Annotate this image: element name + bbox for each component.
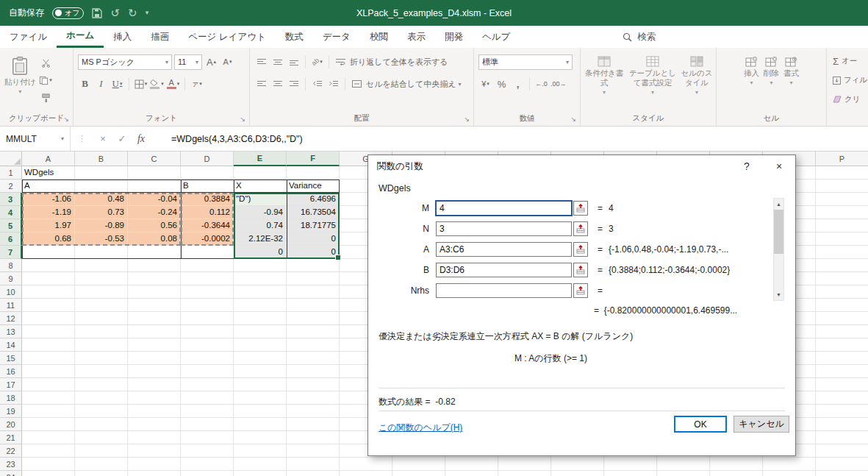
- align-top-icon[interactable]: [254, 54, 268, 69]
- dialog-scrollbar[interactable]: ▲ ▼: [773, 198, 784, 301]
- comma-style-button[interactable]: ,: [511, 77, 525, 91]
- argument-input-A[interactable]: [436, 242, 572, 257]
- cell-D4[interactable]: 0.112: [181, 206, 233, 219]
- align-bottom-icon[interactable]: [287, 54, 301, 69]
- increase-indent-icon[interactable]: [326, 77, 340, 91]
- enter-entry-button[interactable]: ✓: [112, 129, 132, 149]
- cell-A6[interactable]: 0.68: [22, 232, 74, 245]
- cell-A4[interactable]: -1.19: [22, 206, 74, 219]
- autosum-button[interactable]: Σ オー: [833, 54, 868, 68]
- merge-center-icon[interactable]: [350, 77, 364, 91]
- format-painter-button[interactable]: [39, 90, 53, 105]
- cell-D3[interactable]: 0.3884: [181, 193, 233, 205]
- decrease-font-size-button[interactable]: A▾: [220, 54, 234, 69]
- dialog-title-bar[interactable]: 関数の引数 ? ×: [368, 155, 795, 177]
- cut-button[interactable]: [39, 55, 53, 70]
- cell-A1[interactable]: WDgels: [22, 166, 74, 179]
- align-center-icon[interactable]: [270, 77, 284, 91]
- cell-E6[interactable]: 2.12E-32: [234, 232, 286, 245]
- format-cells-button[interactable]: 書式 ▾: [783, 52, 799, 87]
- fill-button[interactable]: フィル: [833, 73, 868, 88]
- ribbon-tab-view[interactable]: 表示: [398, 26, 435, 48]
- row-header-16[interactable]: 16: [0, 365, 22, 378]
- row-header-22[interactable]: 22: [0, 444, 22, 458]
- cell-D2[interactable]: B: [181, 180, 233, 192]
- save-icon[interactable]: [92, 8, 102, 18]
- align-right-icon[interactable]: [287, 77, 301, 91]
- row-header-8[interactable]: 8: [0, 259, 22, 272]
- copy-button[interactable]: ▾: [39, 73, 53, 88]
- percent-style-button[interactable]: %: [495, 77, 509, 91]
- font-color-button[interactable]: A▾: [166, 77, 180, 91]
- row-header-2[interactable]: 2: [0, 180, 22, 193]
- decrease-indent-icon[interactable]: [310, 77, 324, 91]
- row-header-11[interactable]: 11: [0, 299, 22, 312]
- italic-button[interactable]: I: [94, 77, 108, 91]
- merge-center-label[interactable]: セルを結合して中央揃え: [366, 79, 456, 90]
- row-header-17[interactable]: 17: [0, 378, 22, 391]
- ribbon-tab-review[interactable]: 校閲: [360, 26, 398, 48]
- ok-button[interactable]: OK: [674, 416, 727, 433]
- cell-B3[interactable]: 0.48: [75, 193, 127, 205]
- clear-button[interactable]: クリ: [833, 92, 868, 107]
- cell-F5[interactable]: 18.71775: [287, 219, 339, 232]
- column-header-D[interactable]: D: [181, 152, 234, 166]
- cell-C6[interactable]: 0.08: [128, 232, 180, 245]
- row-header-15[interactable]: 15: [0, 352, 22, 365]
- cell-F2[interactable]: Variance: [287, 180, 339, 192]
- decrease-decimal-button[interactable]: .00→: [550, 77, 567, 91]
- cell-B4[interactable]: 0.73: [75, 206, 127, 219]
- column-header-E[interactable]: E: [234, 152, 287, 166]
- ribbon-tab-page-layout[interactable]: ページ レイアウト: [179, 26, 276, 48]
- alignment-dialog-launcher-icon[interactable]: ↘: [464, 116, 470, 123]
- delete-cells-button[interactable]: 削除 ▾: [764, 52, 779, 87]
- row-header-3[interactable]: 3: [0, 193, 22, 206]
- column-header-C[interactable]: C: [128, 152, 181, 166]
- cell-styles-button[interactable]: セルのスタイル ▾: [678, 52, 715, 96]
- cell-A5[interactable]: 1.97: [22, 219, 74, 232]
- number-dialog-launcher-icon[interactable]: ↘: [570, 116, 576, 123]
- font-size-select[interactable]: 11▾: [174, 54, 202, 70]
- row-header-1[interactable]: 1: [0, 166, 22, 180]
- argument-input-B[interactable]: [436, 263, 572, 277]
- autosave-toggle[interactable]: オフ: [52, 7, 84, 19]
- cell-E2[interactable]: X: [234, 180, 286, 192]
- cancel-entry-button[interactable]: ×: [93, 129, 112, 149]
- cell-F4[interactable]: 16.73504: [287, 206, 339, 219]
- underline-button[interactable]: U▾: [110, 77, 124, 91]
- cell-B5[interactable]: -0.89: [75, 219, 127, 232]
- redo-icon[interactable]: ↻: [128, 7, 137, 18]
- collapse-dialog-button-M[interactable]: [573, 201, 588, 216]
- row-header-6[interactable]: 6: [0, 232, 22, 246]
- collapse-dialog-button-B[interactable]: [573, 263, 588, 277]
- row-header-14[interactable]: 14: [0, 338, 22, 352]
- increase-decimal-button[interactable]: ←.0: [534, 77, 548, 91]
- collapse-dialog-button-N[interactable]: [573, 221, 588, 236]
- ribbon-tab-help[interactable]: ヘルプ: [473, 26, 520, 48]
- cell-E4[interactable]: -0.94: [234, 206, 286, 219]
- cell-E7[interactable]: 0: [234, 246, 286, 258]
- name-box[interactable]: MMULT ▾: [0, 127, 71, 151]
- search-box[interactable]: 検索: [623, 26, 656, 48]
- cell-A3[interactable]: -1.06: [22, 193, 74, 205]
- column-header-F[interactable]: F: [287, 152, 340, 166]
- cell-A2[interactable]: A: [22, 180, 74, 192]
- align-middle-icon[interactable]: [270, 54, 284, 69]
- argument-input-N[interactable]: [436, 221, 572, 236]
- align-left-icon[interactable]: [254, 77, 268, 91]
- row-header-10[interactable]: 10: [0, 285, 22, 299]
- format-as-table-button[interactable]: テーブルとして書式設定 ▾: [628, 52, 677, 96]
- row-header-23[interactable]: 23: [0, 458, 22, 471]
- scroll-up-icon[interactable]: ▲: [774, 199, 783, 210]
- row-header-19[interactable]: 19: [0, 405, 22, 418]
- cell-C5[interactable]: 0.56: [128, 219, 180, 232]
- scrollbar-thumb[interactable]: [774, 210, 783, 254]
- cell-D6[interactable]: -0.0002: [181, 232, 233, 245]
- column-header-B[interactable]: B: [75, 152, 128, 166]
- select-all-corner[interactable]: [0, 152, 22, 166]
- column-header-A[interactable]: A: [22, 152, 75, 166]
- row-header-12[interactable]: 12: [0, 312, 22, 325]
- currency-format-button[interactable]: ¥▾: [478, 77, 492, 91]
- increase-font-size-button[interactable]: A▴: [204, 54, 218, 69]
- font-name-select[interactable]: MS Pゴシック▾: [78, 54, 172, 70]
